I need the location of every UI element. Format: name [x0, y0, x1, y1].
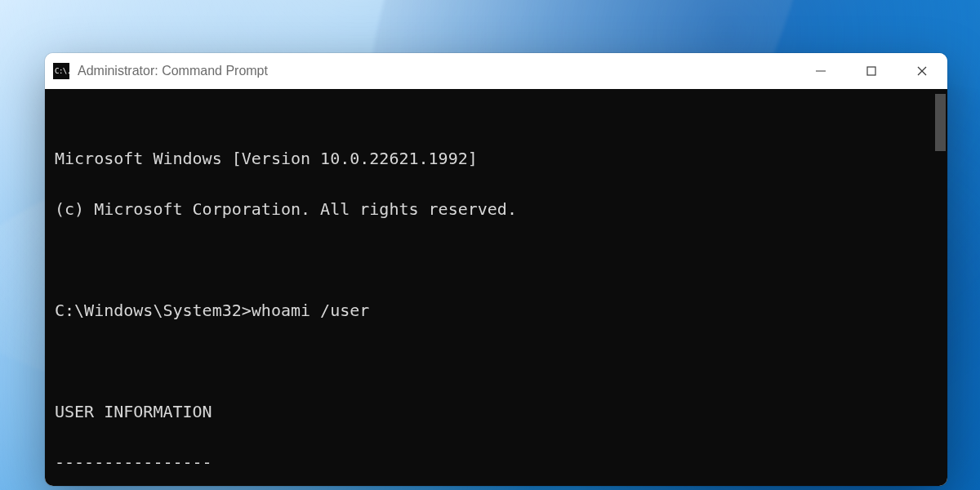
prompt-path: C:\Windows\System32>: [55, 301, 252, 320]
maximize-icon: [866, 65, 877, 77]
window-title: Administrator: Command Prompt: [78, 64, 268, 78]
window-controls: [795, 53, 947, 89]
close-icon: [916, 65, 928, 77]
prompt-command: whoami /user: [252, 301, 370, 320]
blank-line: [55, 349, 938, 374]
close-button[interactable]: [897, 53, 947, 89]
titlebar[interactable]: C:\. Administrator: Command Prompt: [45, 53, 947, 89]
minimize-icon: [815, 65, 826, 77]
prompt-line: C:\Windows\System32>whoami /user: [55, 298, 938, 323]
scrollbar-thumb[interactable]: [935, 94, 946, 151]
blank-line: [55, 247, 938, 273]
minimize-button[interactable]: [795, 53, 846, 89]
banner-line: (c) Microsoft Corporation. All rights re…: [55, 197, 938, 222]
cmd-app-icon-glyph: C:\.: [55, 68, 71, 75]
section-rule: ----------------: [55, 450, 938, 475]
svg-rect-1: [867, 67, 875, 75]
command-prompt-window: C:\. Administrator: Command Prompt Micro…: [45, 53, 947, 486]
maximize-button[interactable]: [846, 53, 897, 89]
cmd-app-icon: C:\.: [53, 63, 69, 79]
section-header: USER INFORMATION: [55, 399, 938, 425]
banner-line: Microsoft Windows [Version 10.0.22621.19…: [55, 146, 938, 172]
terminal-output[interactable]: Microsoft Windows [Version 10.0.22621.19…: [45, 89, 947, 486]
